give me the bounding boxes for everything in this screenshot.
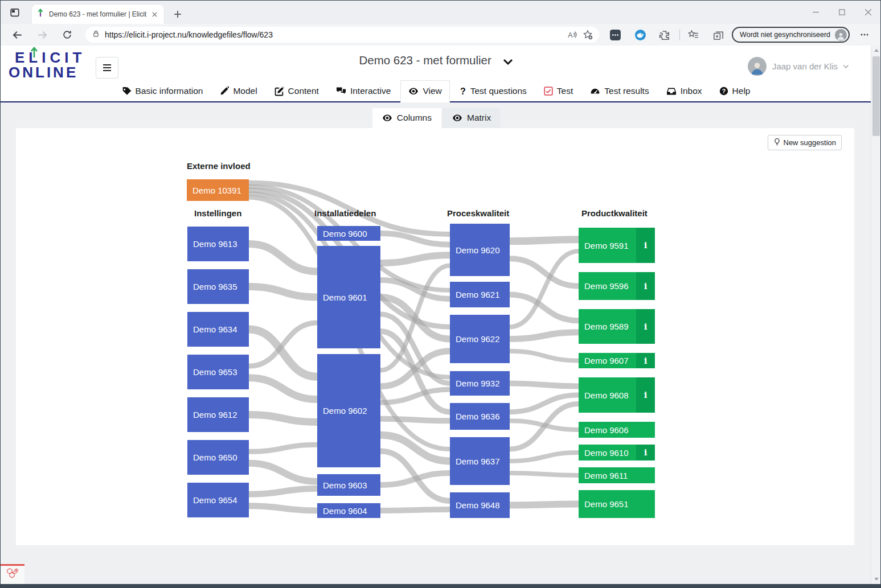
flow-node-demo-9650[interactable]: Demo 9650: [187, 440, 249, 475]
tab-close-icon[interactable]: [150, 10, 159, 19]
url-bar[interactable]: https://elicit.i-project.nu/knowledgefil…: [85, 27, 599, 43]
tab-strip: Demo 623 - met formulier | Elicit: [0, 0, 881, 24]
debugbar-toggle[interactable]: [0, 564, 24, 584]
tab-title: Demo 623 - met formulier | Elicit: [49, 10, 150, 18]
svg-text:?: ?: [460, 87, 466, 96]
flow-node-demo-9634[interactable]: Demo 9634: [187, 312, 249, 347]
close-window-icon[interactable]: [855, 0, 881, 24]
collections-icon[interactable]: [710, 27, 726, 43]
flow-link: [380, 509, 450, 511]
flow-node-demo-9600[interactable]: Demo 9600: [317, 226, 380, 241]
flow-node-demo-9613[interactable]: Demo 9613: [187, 227, 249, 261]
flow-node-demo-9620[interactable]: Demo 9620: [450, 224, 510, 276]
laravel-icon: [6, 567, 19, 583]
flow-link: [510, 453, 579, 461]
flow-node-label: Demo 9621: [450, 290, 500, 299]
browser-toolbar: https://elicit.i-project.nu/knowledgefil…: [0, 24, 881, 46]
flow-node-demo-9610[interactable]: Demo 9610i: [579, 445, 655, 460]
check-square-icon: [544, 87, 553, 96]
maximize-icon[interactable]: [829, 0, 855, 24]
flow-node-demo-9622[interactable]: Demo 9622: [450, 315, 510, 363]
new-tab-button[interactable]: [171, 7, 185, 21]
flow-node-demo-9607[interactable]: Demo 9607i: [579, 353, 655, 368]
sync-status-text: Wordt niet gesynchroniseerd: [740, 31, 830, 39]
flow-node-demo-9932[interactable]: Demo 9932: [450, 371, 510, 396]
flow-node-demo-9636[interactable]: Demo 9636: [450, 403, 510, 430]
flow-node-demo-9596[interactable]: Demo 9596i: [579, 272, 655, 300]
subtab-matrix[interactable]: Matrix: [442, 108, 501, 129]
refresh-icon[interactable]: [59, 27, 75, 43]
column-title: Productkwaliteit: [581, 208, 648, 218]
flow-node-demo-9604[interactable]: Demo 9604: [317, 503, 380, 518]
scrollbar-thumb[interactable]: [872, 56, 880, 136]
flow-node-demo-9591[interactable]: Demo 9591i: [579, 228, 655, 263]
help-circle-icon: ?: [719, 87, 728, 96]
flow-node-demo-9589[interactable]: Demo 9589i: [579, 309, 655, 344]
nav-tab-interactive[interactable]: Interactive: [329, 81, 399, 102]
info-icon[interactable]: i: [636, 228, 655, 263]
flow-node-demo-9648[interactable]: Demo 9648: [450, 492, 510, 518]
flow-node-demo-9637[interactable]: Demo 9637: [450, 437, 510, 485]
flow-node-label: Demo 9611: [579, 471, 628, 480]
nav-tab-test[interactable]: Test: [536, 81, 580, 102]
nav-tab-label: Interactive: [350, 86, 391, 96]
back-icon[interactable]: [9, 27, 25, 43]
flow-node-demo-10391[interactable]: Demo 10391: [187, 179, 249, 201]
window-controls: [802, 0, 881, 24]
title-chevron-down-icon[interactable]: [503, 55, 513, 68]
flow-node-label: Demo 9600: [317, 229, 367, 239]
extension-blue-icon[interactable]: [632, 27, 648, 43]
flow-node-demo-9603[interactable]: Demo 9603: [317, 474, 380, 496]
flow-node-demo-9602[interactable]: Demo 9602: [317, 354, 380, 467]
sync-profile-pill[interactable]: Wordt niet gesynchroniseerd: [732, 27, 850, 43]
user-menu[interactable]: Jaap van der Klis: [748, 57, 849, 76]
flow-node-demo-9651[interactable]: Demo 9651: [579, 490, 655, 518]
forward-icon[interactable]: [34, 27, 50, 43]
nav-tab-view[interactable]: View: [400, 80, 449, 102]
settings-more-icon[interactable]: [857, 27, 872, 43]
favorites-bar-icon[interactable]: [685, 27, 701, 43]
info-icon[interactable]: i: [636, 445, 655, 460]
info-icon[interactable]: i: [636, 309, 655, 344]
nav-tab-test-results[interactable]: Test results: [583, 81, 656, 102]
flow-node-demo-9654[interactable]: Demo 9654: [187, 483, 249, 517]
extension-dots-icon[interactable]: [607, 27, 623, 43]
nav-tab-label: Content: [288, 86, 319, 96]
flow-node-demo-9608[interactable]: Demo 9608i: [579, 377, 655, 413]
flow-node-demo-9606[interactable]: Demo 9606: [579, 422, 655, 438]
read-aloud-icon[interactable]: A: [564, 27, 580, 43]
nav-tab-model[interactable]: Model: [212, 81, 264, 102]
flow-node-label: Demo 9637: [450, 457, 500, 466]
info-icon[interactable]: i: [636, 377, 655, 413]
scroll-down-icon[interactable]: [871, 574, 881, 584]
nav-tab-help[interactable]: ?Help: [712, 81, 758, 102]
flow-link: [249, 378, 317, 400]
nav-tab-label: Inbox: [681, 86, 702, 96]
flow-node-demo-9653[interactable]: Demo 9653: [187, 355, 249, 389]
flow-node-demo-9611[interactable]: Demo 9611: [579, 467, 655, 483]
nav-tab-content[interactable]: Content: [267, 81, 326, 102]
minimize-icon[interactable]: [802, 0, 829, 24]
extensions-puzzle-icon[interactable]: [656, 27, 672, 43]
flow-link: [249, 463, 317, 482]
flow-node-label: Demo 9932: [450, 379, 500, 388]
flow-node-demo-9601[interactable]: Demo 9601: [317, 246, 380, 348]
flow-node-demo-9621[interactable]: Demo 9621: [450, 282, 510, 307]
flow-node-demo-9635[interactable]: Demo 9635: [187, 269, 249, 304]
nav-tab-inbox[interactable]: Inbox: [659, 81, 710, 102]
flow-node-label: Demo 9602: [317, 406, 367, 416]
browser-tab[interactable]: Demo 623 - met formulier | Elicit: [32, 5, 164, 24]
tab-actions-icon[interactable]: [7, 5, 22, 20]
subtab-columns[interactable]: Columns: [372, 108, 441, 129]
scroll-up-icon[interactable]: [871, 46, 881, 55]
info-icon[interactable]: i: [636, 353, 655, 368]
nav-tab-basic-information[interactable]: Basic information: [114, 81, 211, 102]
flow-link: [510, 384, 579, 386]
nav-tab-test-questions[interactable]: ?Test questions: [452, 81, 534, 102]
flow-node-demo-9612[interactable]: Demo 9612: [187, 397, 249, 432]
column-title: Proceskwaliteit: [447, 208, 509, 218]
info-icon[interactable]: i: [636, 272, 655, 300]
page-scrollbar[interactable]: [871, 46, 881, 584]
favorite-star-icon[interactable]: [580, 27, 596, 43]
nav-tab-label: Test questions: [470, 86, 527, 96]
